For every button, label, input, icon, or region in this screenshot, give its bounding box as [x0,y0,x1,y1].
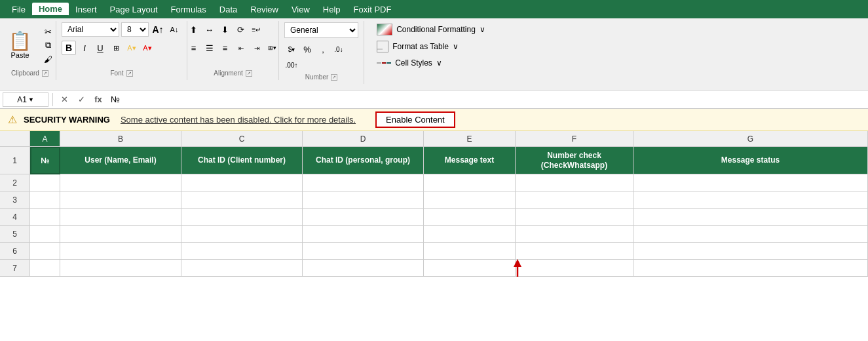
cell-reference-box[interactable]: A1 ▼ [3,92,48,107]
cell-c3[interactable] [181,191,303,209]
row-header-5[interactable]: 5 [0,226,30,243]
align-top-button[interactable]: ⬆ [187,22,201,37]
font-expand-icon[interactable]: ↗ [126,70,133,77]
decrease-indent-button[interactable]: ⇤ [234,41,248,55]
cell-b3[interactable] [60,191,181,209]
cell-d5[interactable] [303,226,424,243]
menu-file[interactable]: File [5,3,32,16]
menu-page-layout[interactable]: Page Layout [104,3,164,16]
cell-d1[interactable]: Chat ID (personal, group) [303,147,424,174]
row-header-6[interactable]: 6 [0,243,30,260]
cell-d7[interactable] [303,260,424,277]
cell-f6[interactable] [516,243,633,260]
cell-a5[interactable] [30,226,60,243]
menu-view[interactable]: View [285,3,316,16]
copy-button[interactable]: ⧉ [39,39,56,52]
enable-content-button[interactable]: Enable Content [375,111,455,128]
conditional-formatting-button[interactable]: Conditional Formatting ∨ [374,22,488,37]
cell-f4[interactable] [516,209,633,226]
cell-e6[interactable] [424,243,516,260]
cell-b4[interactable] [60,209,181,226]
cell-b6[interactable] [60,243,181,260]
alignment-expand-icon[interactable]: ↗ [246,70,252,77]
format-painter-button[interactable]: 🖌 [39,52,56,66]
row-header-1[interactable]: 1 [0,147,30,174]
cell-a3[interactable] [30,191,60,209]
number-expand-icon[interactable]: ↗ [331,74,337,81]
cell-c2[interactable] [181,174,303,191]
cell-b7[interactable] [60,260,181,277]
col-header-e[interactable]: E [424,131,516,147]
cell-a4[interactable] [30,209,60,226]
cell-f3[interactable] [516,191,633,209]
percent-button[interactable]: % [300,42,314,56]
cell-d3[interactable] [303,191,424,209]
cell-b5[interactable] [60,226,181,243]
cell-e5[interactable] [424,226,516,243]
italic-button[interactable]: I [77,41,92,55]
menu-home[interactable]: Home [32,3,69,16]
clipboard-expand-icon[interactable]: ↗ [42,70,48,77]
cell-g7[interactable] [633,260,868,277]
cell-d4[interactable] [303,209,424,226]
border-button[interactable]: ⊞ [109,41,123,55]
align-left-button[interactable]: ≡ [187,41,201,55]
menu-help[interactable]: Help [316,3,347,16]
row-header-3[interactable]: 3 [0,191,30,209]
col-header-c[interactable]: C [181,131,303,147]
merge-center-button[interactable]: ⊞▾ [265,41,280,55]
cell-c1[interactable]: Chat ID (Client number) [181,147,303,174]
menu-formulas[interactable]: Formulas [164,3,213,16]
confirm-formula-button[interactable]: ✓ [74,92,88,107]
row-header-2[interactable]: 2 [0,174,30,191]
cell-a1[interactable]: № [30,147,60,174]
comma-button[interactable]: , [316,42,330,56]
decrease-decimal-button[interactable]: .0↓ [331,42,346,56]
col-header-f[interactable]: F [516,131,633,147]
cell-a6[interactable] [30,243,60,260]
increase-indent-button[interactable]: ⇥ [250,41,264,55]
fill-color-button[interactable]: A▾ [124,41,139,55]
cell-styles-button[interactable]: Cell Styles ∨ [374,56,488,70]
cell-f1[interactable]: Number check (CheckWhatsapp) [516,147,633,174]
cell-d6[interactable] [303,243,424,260]
decrease-font-button[interactable]: A↓ [167,22,181,37]
cell-e2[interactable] [424,174,516,191]
cell-c5[interactable] [181,226,303,243]
cell-a7[interactable] [30,260,60,277]
underline-button[interactable]: U [93,41,107,55]
menu-review[interactable]: Review [244,3,285,16]
formula-input[interactable] [108,92,865,107]
row-header-4[interactable]: 4 [0,209,30,226]
cancel-formula-button[interactable]: ✕ [57,92,71,107]
align-middle-button[interactable]: ↔ [202,22,217,37]
cell-f7[interactable] [516,260,633,277]
increase-decimal-button[interactable]: .00↑ [284,58,299,72]
menu-insert[interactable]: Insert [69,3,104,16]
col-header-a[interactable]: A [30,131,60,147]
cell-e1[interactable]: Message text [424,147,516,174]
cell-c4[interactable] [181,209,303,226]
cell-d2[interactable] [303,174,424,191]
cell-e3[interactable] [424,191,516,209]
menu-foxit-pdf[interactable]: Foxit PDF [347,3,398,16]
paste-button[interactable]: 📋 Paste [3,30,37,62]
cell-b1[interactable]: User (Name, Email) [60,147,181,174]
cut-button[interactable]: ✂ [39,25,56,38]
font-size-select[interactable]: 8 [121,22,149,37]
cell-c6[interactable] [181,243,303,260]
align-center-button[interactable]: ☰ [202,41,217,55]
cell-b2[interactable] [60,174,181,191]
menu-data[interactable]: Data [213,3,244,16]
cell-g4[interactable] [633,209,868,226]
wrap-text-button[interactable]: ≡↵ [250,22,264,37]
align-right-button[interactable]: ≡ [218,41,233,55]
cell-a2[interactable] [30,174,60,191]
format-as-table-button[interactable]: Format as Table ∨ [374,39,488,54]
cell-e7[interactable] [424,260,516,277]
col-header-g[interactable]: G [633,131,868,147]
cell-f2[interactable] [516,174,633,191]
row-header-7[interactable]: 7 [0,260,30,277]
orientation-button[interactable]: ⟳ [234,22,248,37]
cell-g3[interactable] [633,191,868,209]
